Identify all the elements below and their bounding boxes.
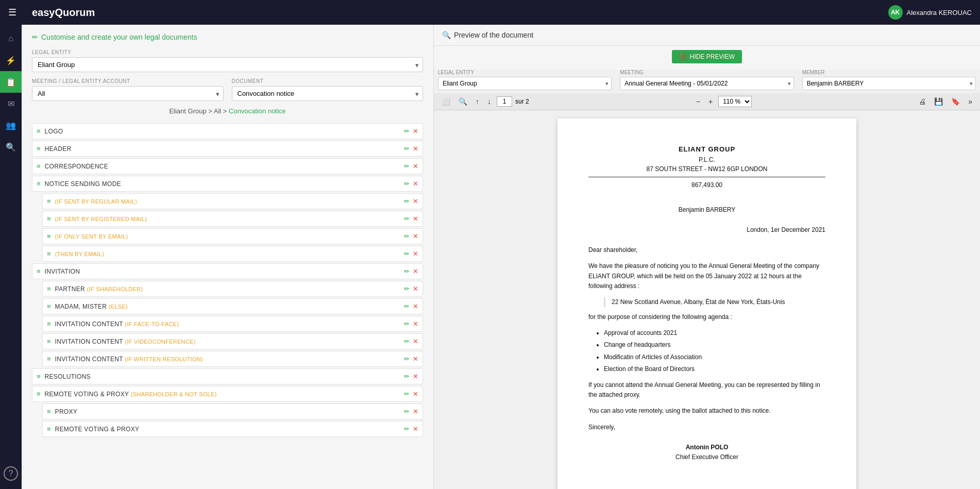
edit-resolutions-btn[interactable]: ✏ [404,373,410,380]
delete-partner-btn[interactable]: ✕ [413,285,418,293]
pdf-search-btn[interactable]: 🔍 [456,96,470,107]
tree-item-partner[interactable]: ≡ PARTNER (IF SHAREHOLDER) ✏ ✕ [42,281,423,297]
edit-remote-voting-proxy-btn[interactable]: ✏ [404,390,410,398]
top-bar-right: AK Alexandra KEROUAC [888,5,972,20]
tree-label-logo: LOGO [45,128,404,135]
delete-invitation-btn[interactable]: ✕ [413,267,418,275]
delete-correspondence-btn[interactable]: ✕ [413,162,418,170]
edit-notice-btn[interactable]: ✏ [404,180,410,188]
delete-invitation-video-btn[interactable]: ✕ [413,338,418,345]
edit-correspondence-btn[interactable]: ✏ [404,162,410,170]
nav-activity[interactable]: ⚡ [0,49,22,71]
delete-invitation-written-btn[interactable]: ✕ [413,355,418,363]
delete-logo-btn[interactable]: ✕ [413,127,418,135]
pdf-prev-btn[interactable]: ↑ [473,96,482,107]
form-row-2: MEETING / LEGAL ENTITY ACCOUNT All DOCUM… [32,78,423,101]
pdf-page-input[interactable] [497,96,512,107]
delete-remote-voting-proxy-btn[interactable]: ✕ [413,390,418,398]
edit-madam-mister-btn[interactable]: ✏ [404,302,410,310]
tree-item-invitation-video[interactable]: ≡ INVITATION CONTENT (IF VIDEOCONFERENCE… [42,333,423,349]
meeting-select[interactable]: All [32,86,224,101]
edit-partner-btn[interactable]: ✏ [404,285,410,293]
edit-email-only-btn[interactable]: ✏ [404,232,410,240]
delete-proxy-btn[interactable]: ✕ [413,408,418,415]
nav-documents[interactable]: 📋 [0,71,22,93]
pdf-sidebar-btn[interactable]: ⬜ [439,96,453,107]
tree-actions-then-email: ✏ ✕ [404,250,418,258]
pdf-more-btn[interactable]: » [966,96,975,107]
tree-item-resolutions[interactable]: ≡ RESOLUTIONS ✏ ✕ [32,368,423,384]
user-name: Alexandra KEROUAC [907,9,972,16]
delete-header-btn[interactable]: ✕ [413,145,418,153]
tree-label-madam-mister: MADAM, MISTER (ELSE) [55,303,404,310]
pdf-save-btn[interactable]: 💾 [932,96,945,107]
edit-header-btn[interactable]: ✏ [404,145,410,153]
delete-regular-mail-btn[interactable]: ✕ [413,197,418,205]
drag-icon: ≡ [47,215,51,223]
pdf-zoom-out-btn[interactable]: − [694,96,703,107]
tree-item-notice-sending-mode[interactable]: ≡ NOTICE SENDING MODE ✏ ✕ [32,176,423,192]
tree-item-invitation-written[interactable]: ≡ INVITATION CONTENT (IF WRITTEN RESOLUT… [42,351,423,367]
tree-item-email-only[interactable]: ≡ (IF ONLY SENT BY EMAIL) ✏ ✕ [42,228,423,244]
tree-item-logo[interactable]: ≡ LOGO ✏ ✕ [32,123,423,139]
nav-help[interactable]: ? [4,466,18,481]
delete-then-email-btn[interactable]: ✕ [413,250,418,258]
tree-item-then-email[interactable]: ≡ (THEN BY EMAIL) ✏ ✕ [42,246,423,262]
pdf-bookmark-btn[interactable]: 🔖 [949,96,962,107]
legal-entity-label: LEGAL ENTITY [32,49,423,55]
pdf-print-btn[interactable]: 🖨 [916,96,928,107]
tree-label-regular-mail: (IF SENT BY REGULAR MAIL) [55,198,404,205]
tree-item-remote-voting-proxy[interactable]: ≡ REMOTE VOTING & PROXY (SHAREHOLDER & N… [32,386,423,402]
tree-actions-email-only: ✏ ✕ [404,232,418,240]
doc-company-address: 87 SOUTH STREET - NW12 6GP LONDON [588,164,825,174]
edit-logo-btn[interactable]: ✏ [404,127,410,135]
tree-item-proxy[interactable]: ≡ PROXY ✏ ✕ [42,403,423,419]
delete-email-only-btn[interactable]: ✕ [413,232,418,240]
document-select[interactable]: Convocation notice [232,86,424,101]
tree-item-invitation[interactable]: ≡ INVITATION ✏ ✕ [32,263,423,279]
tree-item-correspondence[interactable]: ≡ CORRESPONDENCE ✏ ✕ [32,158,423,174]
drag-icon: ≡ [37,127,41,135]
tree-item-remote-voting-proxy2[interactable]: ≡ REMOTE VOTING & PROXY ✏ ✕ [42,421,423,437]
delete-invitation-face-btn[interactable]: ✕ [413,320,418,328]
nav-search[interactable]: 🔍 [0,136,22,158]
hamburger-icon[interactable]: ☰ [8,7,16,18]
edit-invitation-written-btn[interactable]: ✏ [404,355,410,363]
pdf-zoom-in-btn[interactable]: + [706,96,715,107]
tree-item-header[interactable]: ≡ HEADER ✏ ✕ [32,141,423,157]
delete-remote-voting-proxy2-btn[interactable]: ✕ [413,425,418,433]
delete-resolutions-btn[interactable]: ✕ [413,373,418,380]
edit-invitation-btn[interactable]: ✏ [404,267,410,275]
edit-invitation-face-btn[interactable]: ✏ [404,320,410,328]
tree-item-regular-mail[interactable]: ≡ (IF SENT BY REGULAR MAIL) ✏ ✕ [42,193,423,209]
legal-entity-select-wrapper: Eliant Group [32,57,423,72]
edit-regular-mail-btn[interactable]: ✏ [404,197,410,205]
left-panel: ✏ Customise and create your own legal do… [22,25,434,489]
preview-member-select[interactable]: Benjamin BARBERY [802,77,976,90]
pdf-next-btn[interactable]: ↓ [485,96,494,107]
edit-proxy-btn[interactable]: ✏ [404,408,410,415]
delete-registered-mail-btn[interactable]: ✕ [413,215,418,223]
delete-notice-btn[interactable]: ✕ [413,180,418,188]
search-icon: 🔍 [442,31,451,39]
tree-item-madam-mister[interactable]: ≡ MADAM, MISTER (ELSE) ✏ ✕ [42,298,423,314]
nav-people[interactable]: 👥 [0,114,22,136]
edit-remote-voting-proxy2-btn[interactable]: ✏ [404,425,410,433]
legal-entity-select[interactable]: Eliant Group [32,57,423,72]
doc-company-name: ELIANT GROUP [588,144,825,155]
customize-header: ✏ Customise and create your own legal do… [32,33,423,41]
drag-icon: ≡ [47,285,51,293]
tree-item-invitation-face[interactable]: ≡ INVITATION CONTENT (IF FACE-TO-FACE) ✏… [42,316,423,332]
edit-registered-mail-btn[interactable]: ✏ [404,215,410,223]
preview-legal-entity-select[interactable]: Eliant Group [438,77,612,90]
hide-preview-btn[interactable]: 🚫 HIDE PREVIEW [672,50,742,63]
nav-home[interactable]: ⌂ [0,28,22,49]
nav-messages[interactable]: ✉ [0,93,22,114]
pdf-zoom-select[interactable]: 110 % [718,96,752,107]
delete-madam-mister-btn[interactable]: ✕ [413,302,418,310]
preview-meeting-select[interactable]: Annual General Meeting - 05/01/2022 [620,77,793,90]
breadcrumb-prefix: Eliant Group > All > [169,107,229,115]
edit-invitation-video-btn[interactable]: ✏ [404,338,410,345]
edit-then-email-btn[interactable]: ✏ [404,250,410,258]
tree-item-registered-mail[interactable]: ≡ (IF SENT BY REGISTERED MAIL) ✏ ✕ [42,211,423,227]
